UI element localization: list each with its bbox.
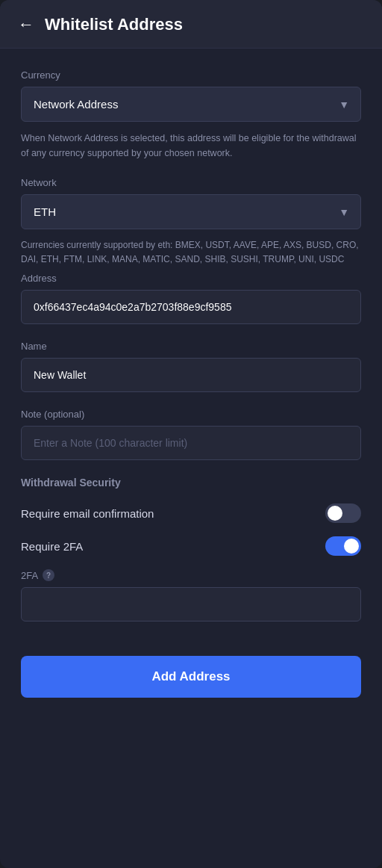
security-title: Withdrawal Security	[21, 477, 361, 489]
name-label: Name	[21, 341, 361, 352]
twofa-field-label: 2FA ?	[21, 569, 361, 581]
content-area: Currency Network Address BTC ETH USDT ▼ …	[0, 49, 382, 719]
currency-group: Currency Network Address BTC ETH USDT ▼ …	[21, 69, 361, 161]
page-title: Whitelist Address	[45, 15, 183, 34]
back-icon[interactable]: ←	[18, 16, 34, 33]
network-group: Network ETH BTC TRX BSC ▼ Currencies cur…	[21, 177, 361, 267]
address-group: Address	[21, 273, 361, 324]
require-2fa-toggle[interactable]	[325, 536, 361, 556]
email-confirmation-row: Require email confirmation	[21, 503, 361, 523]
currency-select[interactable]: Network Address BTC ETH USDT	[21, 87, 361, 122]
network-select[interactable]: ETH BTC TRX BSC	[21, 194, 361, 229]
note-input[interactable]	[21, 426, 361, 460]
name-input[interactable]	[21, 358, 361, 392]
address-input[interactable]	[21, 290, 361, 324]
email-confirmation-label: Require email confirmation	[21, 507, 154, 520]
header: ← Whitelist Address	[0, 0, 382, 49]
currency-select-wrapper: Network Address BTC ETH USDT ▼	[21, 87, 361, 122]
currency-info-text: When Network Address is selected, this a…	[21, 131, 361, 161]
twofa-help-icon[interactable]: ?	[43, 569, 54, 581]
twofa-toggle-knob	[344, 539, 359, 554]
network-select-wrapper: ETH BTC TRX BSC ▼	[21, 194, 361, 229]
network-label: Network	[21, 177, 361, 188]
email-confirmation-toggle[interactable]	[325, 503, 361, 523]
network-currencies-text: Currencies currently supported by eth: B…	[21, 238, 361, 267]
main-container: ← Whitelist Address Currency Network Add…	[0, 0, 382, 868]
note-group: Note (optional)	[21, 409, 361, 460]
name-group: Name	[21, 341, 361, 392]
currency-label: Currency	[21, 69, 361, 81]
twofa-input[interactable]	[21, 587, 361, 621]
twofa-group: 2FA ?	[21, 569, 361, 621]
note-label: Note (optional)	[21, 409, 361, 420]
address-label: Address	[21, 273, 361, 284]
require-2fa-row: Require 2FA	[21, 536, 361, 556]
require-2fa-label: Require 2FA	[21, 540, 83, 553]
security-section: Withdrawal Security Require email confir…	[21, 477, 361, 621]
add-address-button[interactable]: Add Address	[21, 656, 361, 698]
email-toggle-knob	[328, 506, 342, 521]
